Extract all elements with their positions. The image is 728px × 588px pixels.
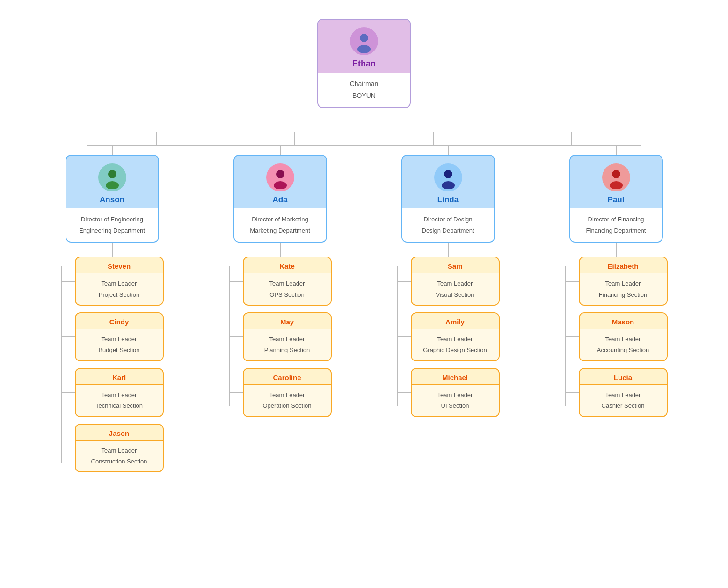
caroline-section: Operation Section [248, 400, 327, 411]
michael-card[interactable]: Michael Team Leader UI Section [411, 368, 500, 417]
root-role: Chairman [323, 78, 405, 90]
anson-v-bottom [112, 243, 113, 257]
kate-header: Kate [244, 257, 331, 273]
may-row: May Team Leader Planning Section [230, 312, 332, 361]
ada-v-bottom [280, 243, 281, 257]
lucia-h-line [566, 392, 579, 393]
may-card[interactable]: May Team Leader Planning Section [243, 312, 332, 361]
michael-section: UI Section [415, 400, 495, 411]
may-body: Team Leader Planning Section [244, 329, 331, 360]
michael-body: Team Leader UI Section [412, 385, 499, 416]
jason-row: Jason Team Leader Construction Section [62, 424, 164, 473]
linda-col: Linda Director of Design Design Departme… [364, 146, 532, 417]
sam-h-line [398, 281, 411, 282]
steven-body: Team Leader Project Section [76, 273, 163, 305]
steven-h-line [62, 281, 75, 282]
paul-v-top [616, 146, 617, 155]
root-name: Ethan [323, 59, 405, 69]
caroline-name: Caroline [248, 374, 327, 382]
amily-name: Amily [415, 318, 495, 326]
karl-role: Team Leader [80, 390, 159, 400]
cindy-h-line [62, 336, 75, 337]
anson-card[interactable]: Anson Director of Engineering Engineerin… [66, 155, 159, 243]
caroline-card[interactable]: Caroline Team Leader Operation Section [243, 368, 332, 417]
paul-l3-items: Eilzabeth Team Leader Financing Section [566, 257, 668, 417]
ada-l3-wrapper: Kate Team Leader OPS Section [196, 257, 364, 417]
levels-wrapper: Anson Director of Engineering Engineerin… [9, 132, 719, 472]
linda-v-bottom [448, 243, 449, 257]
jason-header: Jason [76, 425, 163, 441]
paul-role: Director of Financing [575, 214, 657, 225]
kate-role: Team Leader [248, 278, 327, 289]
eilzabeth-body: Team Leader Financing Section [580, 273, 667, 305]
steven-section: Project Section [80, 289, 159, 300]
eilzabeth-row: Eilzabeth Team Leader Financing Section [566, 257, 668, 306]
caroline-h-line [230, 392, 243, 393]
steven-row: Steven Team Leader Project Section [62, 257, 164, 306]
paul-header: Paul [570, 156, 662, 208]
jason-role: Team Leader [80, 445, 159, 456]
kate-row: Kate Team Leader OPS Section [230, 257, 332, 306]
mason-section: Accounting Section [583, 345, 663, 355]
l2-v-up-1 [294, 132, 295, 146]
paul-body: Director of Financing Financing Departme… [570, 208, 662, 242]
amily-card[interactable]: Amily Team Leader Graphic Design Section [411, 312, 500, 361]
mason-name: Mason [583, 318, 663, 326]
anson-role: Director of Engineering [71, 214, 153, 225]
linda-dept: Design Department [407, 225, 489, 236]
sam-name: Sam [415, 262, 495, 270]
jason-body: Team Leader Construction Section [76, 441, 163, 472]
karl-card[interactable]: Karl Team Leader Technical Section [75, 368, 164, 417]
amily-h-line [398, 336, 411, 337]
lucia-name: Lucia [583, 374, 663, 382]
svg-point-7 [276, 170, 284, 178]
anson-name: Anson [71, 195, 153, 205]
svg-point-1 [360, 34, 368, 42]
l2-v-up-2 [433, 132, 434, 146]
root-v-connector [364, 108, 364, 132]
sam-role: Team Leader [415, 278, 495, 289]
kate-h-line [230, 281, 243, 282]
linda-card[interactable]: Linda Director of Design Design Departme… [401, 155, 495, 243]
steven-name: Steven [80, 262, 159, 270]
paul-card[interactable]: Paul Director of Financing Financing Dep… [569, 155, 663, 243]
sam-body: Team Leader Visual Section [412, 273, 499, 305]
steven-role: Team Leader [80, 278, 159, 289]
cindy-card[interactable]: Cindy Team Leader Budget Section [75, 312, 164, 361]
l2-col-2 [364, 132, 502, 146]
amily-header: Amily [412, 313, 499, 329]
cindy-row: Cindy Team Leader Budget Section [62, 312, 164, 361]
eilzabeth-role: Team Leader [583, 278, 663, 289]
amily-section: Graphic Design Section [415, 345, 495, 355]
org-chart: Ethan Chairman BOYUN [9, 9, 719, 482]
may-h-line [230, 336, 243, 337]
paul-name: Paul [575, 195, 657, 205]
cindy-body: Team Leader Budget Section [76, 329, 163, 360]
ada-card[interactable]: Ada Director of Marketing Marketing Depa… [233, 155, 327, 243]
steven-header: Steven [76, 257, 163, 273]
mason-card[interactable]: Mason Team Leader Accounting Section [579, 312, 668, 361]
jason-card[interactable]: Jason Team Leader Construction Section [75, 424, 164, 473]
mason-header: Mason [580, 313, 667, 329]
paul-l3-wrapper: Eilzabeth Team Leader Financing Section [532, 257, 700, 417]
paul-v-bottom [616, 243, 617, 257]
amily-role: Team Leader [415, 334, 495, 345]
kate-card[interactable]: Kate Team Leader OPS Section [243, 257, 332, 306]
eilzabeth-card[interactable]: Eilzabeth Team Leader Financing Section [579, 257, 668, 306]
steven-card[interactable]: Steven Team Leader Project Section [75, 257, 164, 306]
ada-avatar [266, 163, 294, 191]
lucia-card[interactable]: Lucia Team Leader Cashier Section [579, 368, 668, 417]
jason-section: Construction Section [80, 456, 159, 467]
l2-col-1 [226, 132, 364, 146]
lucia-body: Team Leader Cashier Section [580, 385, 667, 416]
ada-header: Ada [234, 156, 326, 208]
root-card-header: Ethan [318, 20, 410, 73]
anson-col: Anson Director of Engineering Engineerin… [28, 146, 196, 472]
ada-v-top [280, 146, 281, 155]
mason-h-line [566, 336, 579, 337]
caroline-role: Team Leader [248, 390, 327, 400]
sam-card[interactable]: Sam Team Leader Visual Section [411, 257, 500, 306]
root-card[interactable]: Ethan Chairman BOYUN [317, 19, 411, 108]
karl-h-line [62, 392, 75, 393]
sam-header: Sam [412, 257, 499, 273]
